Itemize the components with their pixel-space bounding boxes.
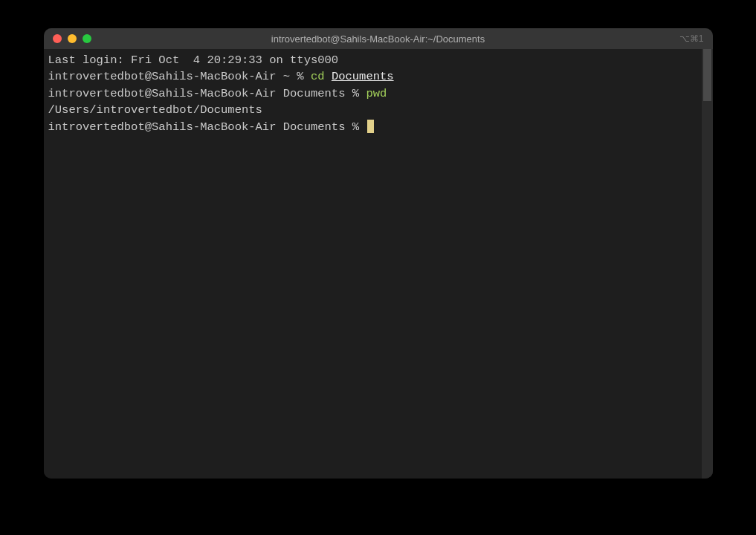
motd-line: Last login: Fri Oct 4 20:29:33 on ttys00… bbox=[48, 54, 339, 67]
maximize-icon[interactable] bbox=[83, 34, 91, 43]
shell-prompt: introvertedbot@Sahils-MacBook-Air ~ % bbox=[48, 70, 311, 83]
command-text: cd bbox=[311, 70, 325, 83]
tab-shortcut-indicator: ⌥⌘1 bbox=[679, 33, 704, 44]
close-icon[interactable] bbox=[53, 34, 62, 43]
command-text: pwd bbox=[366, 87, 387, 100]
scrollbar-track[interactable] bbox=[702, 49, 713, 479]
scrollbar-thumb[interactable] bbox=[703, 49, 711, 101]
command-output: /Users/introvertedbot/Documents bbox=[48, 103, 262, 117]
shell-prompt: introvertedbot@Sahils-MacBook-Air Docume… bbox=[48, 87, 366, 100]
titlebar: introvertedbot@Sahils-MacBook-Air:~/Docu… bbox=[44, 28, 713, 49]
traffic-lights bbox=[44, 34, 91, 43]
shell-prompt: introvertedbot@Sahils-MacBook-Air Docume… bbox=[48, 120, 366, 134]
cursor-block bbox=[367, 120, 374, 133]
terminal-window: introvertedbot@Sahils-MacBook-Air:~/Docu… bbox=[44, 28, 713, 479]
command-argument: Documents bbox=[332, 70, 394, 83]
window-title: introvertedbot@Sahils-MacBook-Air:~/Docu… bbox=[44, 33, 713, 45]
minimize-icon[interactable] bbox=[68, 34, 77, 43]
terminal-body[interactable]: Last login: Fri Oct 4 20:29:33 on ttys00… bbox=[44, 49, 713, 479]
terminal-content[interactable]: Last login: Fri Oct 4 20:29:33 on ttys00… bbox=[44, 49, 702, 479]
